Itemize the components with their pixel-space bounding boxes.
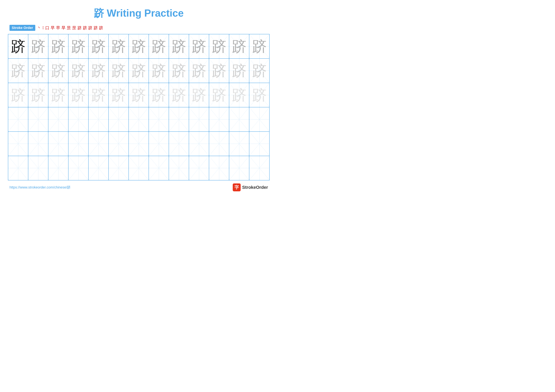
cell-char-2-11: 跻 bbox=[232, 88, 247, 102]
grid-cell-1-3[interactable]: 跻 bbox=[68, 59, 89, 83]
grid-cell-5-8[interactable] bbox=[169, 156, 189, 180]
grid-cell-0-9[interactable]: 跻 bbox=[189, 34, 209, 58]
grid-cell-3-4[interactable] bbox=[89, 107, 109, 131]
grid-cell-4-1[interactable] bbox=[28, 132, 48, 156]
svg-line-112 bbox=[89, 132, 108, 156]
grid-cell-2-6[interactable]: 跻 bbox=[129, 83, 149, 107]
grid-cell-0-1[interactable]: 跻 bbox=[28, 34, 48, 58]
grid-cell-4-0[interactable] bbox=[8, 132, 28, 156]
grid-cell-0-3[interactable]: 跻 bbox=[68, 34, 89, 58]
grid-cell-4-3[interactable] bbox=[68, 132, 89, 156]
grid-cell-0-10[interactable]: 跻 bbox=[209, 34, 229, 58]
svg-line-90 bbox=[129, 107, 149, 131]
grid-cell-4-9[interactable] bbox=[189, 132, 209, 156]
grid-cell-2-9[interactable]: 跻 bbox=[189, 83, 209, 107]
grid-cell-3-6[interactable] bbox=[129, 107, 149, 131]
stroke-order-badge: Stroke Order bbox=[9, 25, 35, 31]
grid-cell-2-7[interactable]: 跻 bbox=[149, 83, 169, 107]
grid-cell-2-11[interactable]: 跻 bbox=[229, 83, 249, 107]
grid-cell-1-6[interactable]: 跻 bbox=[129, 59, 149, 83]
grid-cell-4-11[interactable] bbox=[229, 132, 249, 156]
grid-cell-5-7[interactable] bbox=[149, 156, 169, 180]
svg-line-124 bbox=[209, 132, 229, 156]
grid-cell-3-10[interactable] bbox=[209, 107, 229, 131]
cell-char-0-7: 跻 bbox=[152, 39, 166, 54]
grid-cell-5-5[interactable] bbox=[109, 156, 129, 180]
svg-line-83 bbox=[48, 107, 68, 131]
grid-cell-5-10[interactable] bbox=[209, 156, 229, 180]
grid-cell-3-11[interactable] bbox=[229, 107, 249, 131]
grid-cell-0-5[interactable]: 跻 bbox=[109, 34, 129, 58]
grid-cell-3-5[interactable] bbox=[109, 107, 129, 131]
grid-cell-2-5[interactable]: 跻 bbox=[109, 83, 129, 107]
grid-cell-0-6[interactable]: 跻 bbox=[129, 34, 149, 58]
grid-cell-1-5[interactable]: 跻 bbox=[109, 59, 129, 83]
practice-grid: 跻 跻 跻 跻 跻 跻 跻 跻 bbox=[8, 34, 270, 180]
grid-cell-5-12[interactable] bbox=[249, 156, 270, 180]
grid-cell-3-1[interactable] bbox=[28, 107, 48, 131]
grid-cell-5-6[interactable] bbox=[129, 156, 149, 180]
grid-cell-5-0[interactable] bbox=[8, 156, 28, 180]
grid-cell-0-2[interactable]: 跻 bbox=[48, 34, 68, 58]
grid-cell-0-12[interactable]: 跻 bbox=[249, 34, 270, 58]
grid-cell-3-9[interactable] bbox=[189, 107, 209, 131]
svg-line-116 bbox=[129, 132, 149, 156]
stroke-order-row: Stroke Order 丶 𠃌 口 早 早 旱 昰 昰 跻 跻 跻 跻 跻 bbox=[0, 23, 278, 34]
grid-cell-5-11[interactable] bbox=[229, 156, 249, 180]
cell-char-0-3: 跻 bbox=[71, 39, 86, 54]
footer-url[interactable]: https://www.strokeorder.com/chinese/跻 bbox=[9, 185, 71, 190]
grid-cell-1-9[interactable]: 跻 bbox=[189, 59, 209, 83]
grid-cell-1-0[interactable]: 跻 bbox=[8, 59, 28, 83]
grid-cell-0-4[interactable]: 跻 bbox=[89, 34, 109, 58]
svg-line-139 bbox=[89, 156, 108, 180]
svg-line-145 bbox=[149, 156, 169, 180]
grid-cell-3-2[interactable] bbox=[48, 107, 68, 131]
grid-cell-1-11[interactable]: 跻 bbox=[229, 59, 249, 83]
grid-cell-4-5[interactable] bbox=[109, 132, 129, 156]
grid-cell-4-4[interactable] bbox=[89, 132, 109, 156]
grid-cell-3-8[interactable] bbox=[169, 107, 189, 131]
grid-cell-5-3[interactable] bbox=[68, 156, 89, 180]
grid-cell-0-7[interactable]: 跻 bbox=[149, 34, 169, 58]
grid-cell-3-3[interactable] bbox=[68, 107, 89, 131]
stroke-9: 跻 bbox=[78, 25, 82, 31]
grid-cell-1-8[interactable]: 跻 bbox=[169, 59, 189, 83]
grid-cell-1-1[interactable]: 跻 bbox=[28, 59, 48, 83]
grid-cell-2-10[interactable]: 跻 bbox=[209, 83, 229, 107]
grid-cell-5-2[interactable] bbox=[48, 156, 68, 180]
grid-cell-5-1[interactable] bbox=[28, 156, 48, 180]
svg-line-128 bbox=[249, 132, 270, 156]
grid-cell-0-8[interactable]: 跻 bbox=[169, 34, 189, 58]
grid-cell-2-0[interactable]: 跻 bbox=[8, 83, 28, 107]
grid-cell-2-3[interactable]: 跻 bbox=[68, 83, 89, 107]
grid-cell-4-7[interactable] bbox=[149, 132, 169, 156]
svg-line-89 bbox=[109, 107, 128, 131]
grid-cell-2-4[interactable]: 跻 bbox=[89, 83, 109, 107]
grid-cell-2-8[interactable]: 跻 bbox=[169, 83, 189, 107]
grid-cell-1-7[interactable]: 跻 bbox=[149, 59, 169, 83]
cell-char-1-6: 跻 bbox=[131, 64, 146, 78]
grid-cell-1-12[interactable]: 跻 bbox=[249, 59, 270, 83]
grid-cell-3-7[interactable] bbox=[149, 107, 169, 131]
cell-char-0-2: 跻 bbox=[51, 39, 66, 54]
grid-cell-3-12[interactable] bbox=[249, 107, 270, 131]
cell-char-2-6: 跻 bbox=[131, 88, 146, 102]
grid-cell-1-10[interactable]: 跻 bbox=[209, 59, 229, 83]
grid-cell-2-2[interactable]: 跻 bbox=[48, 83, 68, 107]
grid-cell-3-0[interactable] bbox=[8, 107, 28, 131]
cell-char-0-0: 跻 bbox=[11, 39, 25, 54]
grid-cell-5-9[interactable] bbox=[189, 156, 209, 180]
grid-cell-2-1[interactable]: 跻 bbox=[28, 83, 48, 107]
grid-cell-4-2[interactable] bbox=[48, 132, 68, 156]
grid-cell-4-12[interactable] bbox=[249, 132, 270, 156]
grid-cell-4-10[interactable] bbox=[209, 132, 229, 156]
grid-cell-0-11[interactable]: 跻 bbox=[229, 34, 249, 58]
grid-cell-4-8[interactable] bbox=[169, 132, 189, 156]
grid-cell-1-2[interactable]: 跻 bbox=[48, 59, 68, 83]
grid-cell-5-4[interactable] bbox=[89, 156, 109, 180]
grid-cell-4-6[interactable] bbox=[129, 132, 149, 156]
grid-cell-1-4[interactable]: 跻 bbox=[89, 59, 109, 83]
grid-cell-0-0[interactable]: 跻 bbox=[8, 34, 28, 58]
cell-char-1-3: 跻 bbox=[71, 64, 86, 78]
grid-cell-2-12[interactable]: 跻 bbox=[249, 83, 270, 107]
